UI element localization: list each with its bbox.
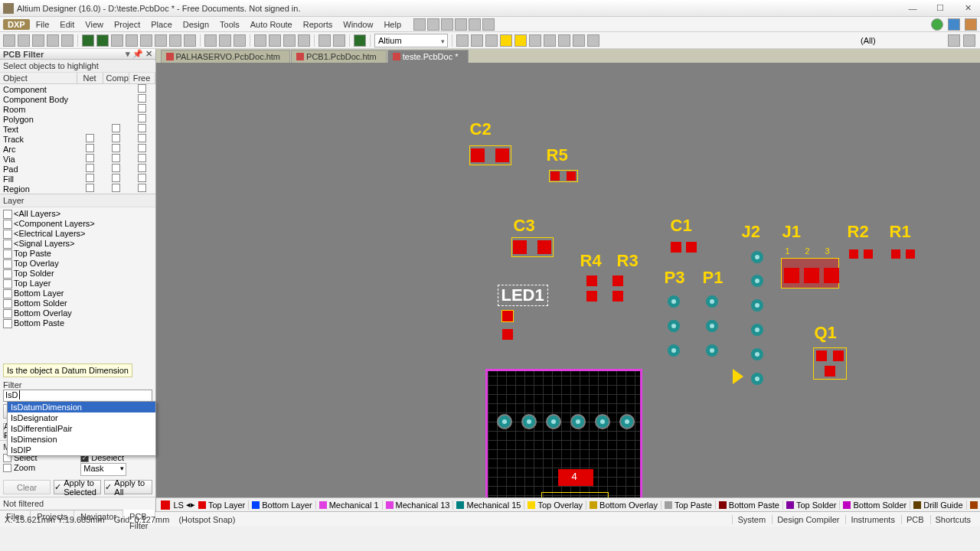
through-hole[interactable] bbox=[666, 294, 681, 309]
layer-item[interactable]: Top Solder bbox=[0, 269, 155, 279]
place-icon[interactable] bbox=[485, 34, 498, 47]
place-icon[interactable] bbox=[514, 34, 527, 47]
designator[interactable]: R5 bbox=[547, 145, 568, 165]
pad[interactable] bbox=[471, 148, 485, 162]
tool-icon[interactable] bbox=[269, 34, 281, 47]
paste-icon[interactable] bbox=[234, 34, 246, 47]
object-row[interactable]: Track bbox=[0, 134, 155, 144]
designator[interactable]: P1 bbox=[703, 268, 724, 288]
ac-item[interactable]: IsDimension bbox=[8, 434, 155, 445]
through-hole[interactable] bbox=[521, 414, 537, 429]
through-hole[interactable] bbox=[750, 249, 765, 265]
save-icon[interactable] bbox=[32, 34, 44, 47]
filter-combo-2[interactable]: (All) bbox=[861, 36, 945, 45]
object-row[interactable]: Arc bbox=[0, 144, 155, 154]
doc-tab[interactable]: PALHASERVO.PcbDoc.htm bbox=[161, 50, 291, 63]
layer-item[interactable]: <Signal Layers> bbox=[0, 239, 155, 249]
component-outline[interactable] bbox=[541, 492, 609, 497]
designator[interactable]: C1 bbox=[671, 216, 692, 236]
col-comp[interactable]: Comp bbox=[103, 73, 129, 83]
preview-icon[interactable] bbox=[61, 34, 74, 47]
layer-item[interactable]: <Component Layers> bbox=[0, 219, 155, 229]
designator[interactable]: R1 bbox=[890, 222, 911, 242]
layer-item[interactable]: Top Overlay bbox=[0, 259, 155, 269]
doc-tab[interactable]: teste.PcbDoc * bbox=[387, 50, 469, 63]
through-hole[interactable] bbox=[546, 414, 561, 429]
object-row[interactable]: Via bbox=[0, 154, 155, 164]
through-hole[interactable] bbox=[497, 414, 512, 429]
menu-reports[interactable]: Reports bbox=[299, 18, 338, 31]
object-row[interactable]: Room bbox=[0, 104, 155, 114]
menu-window[interactable]: Window bbox=[338, 18, 377, 31]
layer-item[interactable]: Bottom Layer bbox=[0, 289, 155, 298]
cut-icon[interactable] bbox=[204, 34, 217, 47]
clear-icon[interactable] bbox=[963, 34, 975, 47]
menu-place[interactable]: Place bbox=[146, 18, 177, 31]
tool-icon[interactable] bbox=[169, 34, 181, 47]
layer-tab[interactable]: Top Solder bbox=[783, 500, 841, 510]
toolbar-icon[interactable] bbox=[469, 18, 481, 31]
through-hole[interactable] bbox=[750, 298, 765, 313]
layer-tab[interactable]: Drill Guide bbox=[910, 500, 966, 510]
pad[interactable] bbox=[612, 276, 623, 286]
menu-view[interactable]: View bbox=[80, 18, 108, 31]
col-net[interactable]: Net bbox=[77, 73, 103, 83]
tool-icon[interactable] bbox=[155, 34, 167, 47]
pad[interactable] bbox=[824, 268, 839, 283]
active-layer-swatch[interactable] bbox=[161, 500, 170, 510]
place-icon[interactable] bbox=[471, 34, 483, 47]
layer-item[interactable]: Bottom Solder bbox=[0, 298, 155, 308]
layer-tab[interactable]: Mechanical 13 bbox=[383, 500, 454, 510]
ac-item[interactable]: IsDifferentialPair bbox=[8, 423, 155, 434]
status-icon[interactable] bbox=[931, 18, 943, 31]
through-hole[interactable] bbox=[704, 294, 720, 309]
pad[interactable] bbox=[906, 249, 915, 259]
component-outline[interactable] bbox=[813, 347, 847, 380]
close-button[interactable]: ✕ bbox=[959, 2, 977, 15]
maximize-button[interactable]: ☐ bbox=[931, 2, 949, 15]
through-hole[interactable] bbox=[750, 322, 765, 337]
designator[interactable]: C2 bbox=[470, 119, 492, 139]
object-row[interactable]: Component bbox=[0, 84, 155, 94]
toolbar-icon[interactable] bbox=[427, 18, 439, 31]
place-icon[interactable] bbox=[500, 34, 512, 47]
pad[interactable] bbox=[804, 268, 819, 283]
dxp-menu[interactable]: DXP bbox=[3, 19, 30, 30]
object-row[interactable]: Fill bbox=[0, 174, 155, 184]
undo-icon[interactable] bbox=[318, 34, 331, 47]
filter-input[interactable]: IsD IsDatumDimension IsDesignator IsDiff… bbox=[3, 390, 152, 402]
menu-design[interactable]: Design bbox=[178, 18, 214, 31]
place-icon[interactable] bbox=[558, 34, 570, 47]
designator[interactable]: R4 bbox=[580, 251, 602, 271]
ac-item[interactable]: IsDIP bbox=[8, 445, 155, 455]
layer-tab[interactable]: Top Layer bbox=[195, 500, 249, 510]
layer-nav-icon[interactable]: LS bbox=[172, 500, 186, 510]
layer-tab[interactable]: Bottom Overlay bbox=[586, 500, 662, 510]
menu-help[interactable]: Help bbox=[379, 18, 406, 31]
pad[interactable] bbox=[495, 148, 509, 162]
status-panel-button[interactable]: PCB bbox=[901, 515, 929, 524]
place-icon[interactable] bbox=[529, 34, 541, 47]
object-row[interactable]: Polygon bbox=[0, 114, 155, 124]
apply-selected-button[interactable]: ✓ Apply to Selected bbox=[54, 480, 101, 494]
tool-icon[interactable] bbox=[82, 34, 94, 47]
layer-tab[interactable]: Top Overlay bbox=[524, 500, 586, 510]
designator[interactable]: J1 bbox=[782, 222, 801, 242]
col-free[interactable]: Free bbox=[129, 73, 155, 83]
tool-icon[interactable] bbox=[354, 34, 366, 47]
object-row[interactable]: Region bbox=[0, 184, 155, 194]
pad[interactable] bbox=[671, 242, 681, 253]
tool-icon[interactable] bbox=[587, 34, 599, 47]
mask-combo[interactable]: Mask bbox=[80, 463, 126, 476]
designator[interactable]: R3 bbox=[617, 251, 639, 271]
pad[interactable] bbox=[586, 276, 597, 286]
tool-icon[interactable] bbox=[111, 34, 123, 47]
ac-item[interactable]: IsDesignator bbox=[8, 412, 155, 423]
place-icon[interactable] bbox=[544, 34, 556, 47]
toolbar-icon[interactable] bbox=[441, 18, 453, 31]
ac-item[interactable]: IsDatumDimension bbox=[8, 402, 155, 412]
tool-icon[interactable] bbox=[140, 34, 152, 47]
through-hole[interactable] bbox=[704, 343, 720, 358]
status-panel-button[interactable]: System bbox=[732, 515, 770, 524]
toolbar-icon[interactable] bbox=[455, 18, 467, 31]
